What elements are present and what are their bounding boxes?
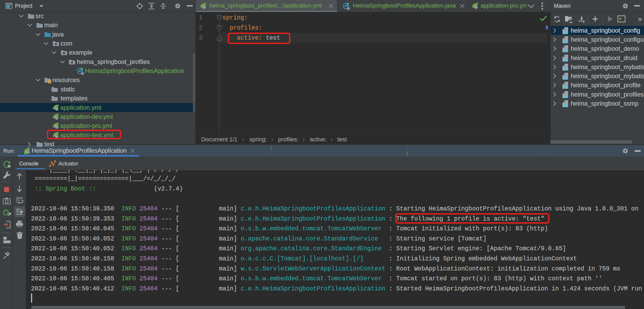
svg-text:m: m: [563, 38, 568, 43]
svg-text:m: m: [563, 56, 568, 62]
svg-text:m: m: [563, 93, 568, 98]
svg-text:m: m: [563, 102, 568, 107]
svg-text:m: m: [563, 84, 568, 89]
svg-text:m: m: [563, 47, 568, 52]
svg-text:m: m: [563, 29, 568, 34]
svg-text:m: m: [563, 65, 568, 71]
svg-text:m: m: [563, 75, 568, 80]
